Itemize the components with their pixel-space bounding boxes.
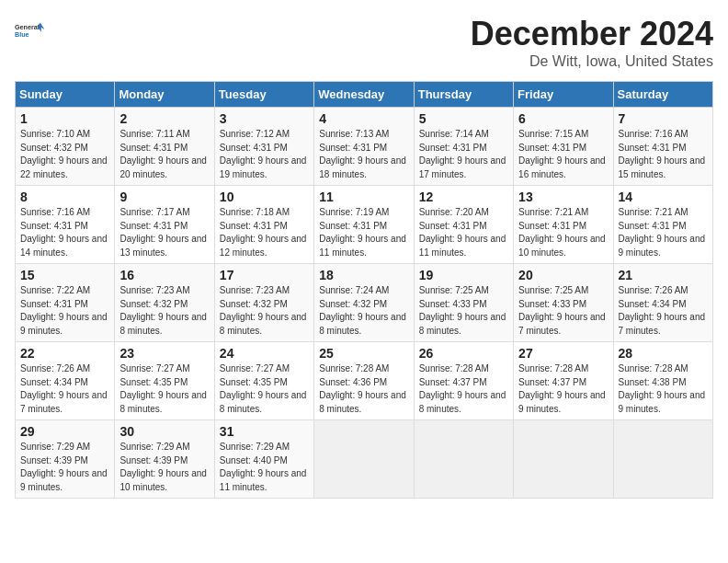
table-row: 31Sunrise: 7:29 AM Sunset: 4:40 PM Dayli… (214, 420, 313, 499)
table-row: 20Sunrise: 7:25 AM Sunset: 4:33 PM Dayli… (514, 264, 613, 342)
day-number: 24 (220, 346, 309, 361)
day-info: Sunrise: 7:23 AM Sunset: 4:32 PM Dayligh… (119, 284, 209, 338)
day-info: Sunrise: 7:29 AM Sunset: 4:39 PM Dayligh… (20, 441, 109, 494)
day-number: 19 (419, 268, 508, 282)
day-number: 12 (419, 190, 508, 204)
table-row: 21Sunrise: 7:26 AM Sunset: 4:34 PM Dayli… (613, 264, 712, 342)
logo-icon: GeneralBlue (15, 15, 48, 48)
day-info: Sunrise: 7:28 AM Sunset: 4:38 PM Dayligh… (619, 362, 708, 416)
table-row: 3Sunrise: 7:12 AM Sunset: 4:31 PM Daylig… (214, 108, 313, 186)
table-row: 7Sunrise: 7:16 AM Sunset: 4:31 PM Daylig… (613, 108, 712, 186)
table-row (314, 420, 414, 499)
calendar-header-row: Sunday Monday Tuesday Wednesday Thursday… (16, 82, 713, 108)
col-saturday: Saturday (613, 82, 712, 108)
day-number: 6 (518, 111, 608, 126)
day-number: 18 (319, 268, 408, 282)
table-row: 4Sunrise: 7:13 AM Sunset: 4:31 PM Daylig… (314, 108, 414, 186)
table-row: 5Sunrise: 7:14 AM Sunset: 4:31 PM Daylig… (414, 108, 513, 186)
day-info: Sunrise: 7:28 AM Sunset: 4:37 PM Dayligh… (419, 362, 508, 416)
col-thursday: Thursday (414, 82, 513, 108)
day-number: 15 (20, 268, 109, 282)
table-row: 11Sunrise: 7:19 AM Sunset: 4:31 PM Dayli… (314, 186, 414, 264)
day-info: Sunrise: 7:21 AM Sunset: 4:31 PM Dayligh… (619, 206, 708, 259)
day-number: 3 (220, 111, 309, 126)
title-area: December 2024 De Witt, Iowa, United Stat… (471, 15, 713, 70)
page-title: December 2024 (471, 15, 713, 53)
day-info: Sunrise: 7:26 AM Sunset: 4:34 PM Dayligh… (20, 362, 109, 416)
day-info: Sunrise: 7:27 AM Sunset: 4:35 PM Dayligh… (220, 362, 309, 416)
day-info: Sunrise: 7:28 AM Sunset: 4:36 PM Dayligh… (319, 362, 408, 416)
calendar-week-row: 22Sunrise: 7:26 AM Sunset: 4:34 PM Dayli… (16, 342, 713, 420)
table-row: 24Sunrise: 7:27 AM Sunset: 4:35 PM Dayli… (214, 342, 313, 420)
day-number: 17 (220, 268, 309, 282)
day-info: Sunrise: 7:10 AM Sunset: 4:32 PM Dayligh… (20, 128, 109, 181)
table-row: 16Sunrise: 7:23 AM Sunset: 4:32 PM Dayli… (115, 264, 214, 342)
day-number: 29 (20, 424, 109, 439)
day-number: 13 (518, 190, 608, 204)
table-row: 28Sunrise: 7:28 AM Sunset: 4:38 PM Dayli… (613, 342, 712, 420)
calendar-week-row: 1Sunrise: 7:10 AM Sunset: 4:32 PM Daylig… (16, 108, 713, 186)
day-number: 14 (619, 190, 708, 204)
day-info: Sunrise: 7:17 AM Sunset: 4:31 PM Dayligh… (119, 206, 209, 259)
table-row: 22Sunrise: 7:26 AM Sunset: 4:34 PM Dayli… (16, 342, 115, 420)
table-row: 23Sunrise: 7:27 AM Sunset: 4:35 PM Dayli… (115, 342, 214, 420)
day-number: 11 (319, 190, 408, 204)
day-info: Sunrise: 7:29 AM Sunset: 4:40 PM Dayligh… (220, 441, 309, 494)
calendar-week-row: 29Sunrise: 7:29 AM Sunset: 4:39 PM Dayli… (16, 420, 713, 499)
day-info: Sunrise: 7:23 AM Sunset: 4:32 PM Dayligh… (220, 284, 309, 338)
day-number: 27 (518, 346, 608, 361)
col-monday: Monday (115, 82, 214, 108)
table-row: 30Sunrise: 7:29 AM Sunset: 4:39 PM Dayli… (115, 420, 214, 499)
day-number: 8 (20, 190, 109, 204)
table-row (414, 420, 513, 499)
day-info: Sunrise: 7:22 AM Sunset: 4:31 PM Dayligh… (20, 284, 109, 338)
day-number: 5 (419, 111, 508, 126)
table-row: 19Sunrise: 7:25 AM Sunset: 4:33 PM Dayli… (414, 264, 513, 342)
table-row: 15Sunrise: 7:22 AM Sunset: 4:31 PM Dayli… (16, 264, 115, 342)
day-number: 22 (20, 346, 109, 361)
page-subtitle: De Witt, Iowa, United States (471, 53, 713, 70)
table-row: 6Sunrise: 7:15 AM Sunset: 4:31 PM Daylig… (514, 108, 613, 186)
day-info: Sunrise: 7:11 AM Sunset: 4:31 PM Dayligh… (119, 128, 209, 181)
day-number: 25 (319, 346, 408, 361)
col-wednesday: Wednesday (314, 82, 414, 108)
table-row: 10Sunrise: 7:18 AM Sunset: 4:31 PM Dayli… (214, 186, 313, 264)
table-row: 1Sunrise: 7:10 AM Sunset: 4:32 PM Daylig… (16, 108, 115, 186)
table-row: 29Sunrise: 7:29 AM Sunset: 4:39 PM Dayli… (16, 420, 115, 499)
logo: GeneralBlue (15, 15, 48, 48)
table-row: 14Sunrise: 7:21 AM Sunset: 4:31 PM Dayli… (613, 186, 712, 264)
col-friday: Friday (514, 82, 613, 108)
header: GeneralBlue December 2024 De Witt, Iowa,… (15, 15, 713, 70)
day-number: 30 (119, 424, 209, 439)
day-number: 7 (619, 111, 708, 126)
table-row: 18Sunrise: 7:24 AM Sunset: 4:32 PM Dayli… (314, 264, 414, 342)
table-row: 9Sunrise: 7:17 AM Sunset: 4:31 PM Daylig… (115, 186, 214, 264)
day-info: Sunrise: 7:25 AM Sunset: 4:33 PM Dayligh… (419, 284, 508, 338)
day-info: Sunrise: 7:13 AM Sunset: 4:31 PM Dayligh… (319, 128, 408, 181)
day-info: Sunrise: 7:12 AM Sunset: 4:31 PM Dayligh… (220, 128, 309, 181)
svg-text:Blue: Blue (15, 30, 29, 39)
day-info: Sunrise: 7:15 AM Sunset: 4:31 PM Dayligh… (518, 128, 608, 181)
table-row: 17Sunrise: 7:23 AM Sunset: 4:32 PM Dayli… (214, 264, 313, 342)
day-info: Sunrise: 7:28 AM Sunset: 4:37 PM Dayligh… (518, 362, 608, 416)
day-number: 28 (619, 346, 708, 361)
table-row (613, 420, 712, 499)
table-row: 2Sunrise: 7:11 AM Sunset: 4:31 PM Daylig… (115, 108, 214, 186)
day-info: Sunrise: 7:26 AM Sunset: 4:34 PM Dayligh… (619, 284, 708, 338)
calendar-week-row: 15Sunrise: 7:22 AM Sunset: 4:31 PM Dayli… (16, 264, 713, 342)
day-info: Sunrise: 7:25 AM Sunset: 4:33 PM Dayligh… (518, 284, 608, 338)
day-number: 23 (119, 346, 209, 361)
day-info: Sunrise: 7:19 AM Sunset: 4:31 PM Dayligh… (319, 206, 408, 259)
col-sunday: Sunday (16, 82, 115, 108)
day-number: 26 (419, 346, 508, 361)
table-row: 26Sunrise: 7:28 AM Sunset: 4:37 PM Dayli… (414, 342, 513, 420)
day-info: Sunrise: 7:16 AM Sunset: 4:31 PM Dayligh… (20, 206, 109, 259)
day-number: 2 (119, 111, 209, 126)
table-row: 25Sunrise: 7:28 AM Sunset: 4:36 PM Dayli… (314, 342, 414, 420)
day-info: Sunrise: 7:18 AM Sunset: 4:31 PM Dayligh… (220, 206, 309, 259)
day-number: 4 (319, 111, 408, 126)
svg-text:General: General (15, 23, 40, 31)
day-info: Sunrise: 7:20 AM Sunset: 4:31 PM Dayligh… (419, 206, 508, 259)
table-row: 27Sunrise: 7:28 AM Sunset: 4:37 PM Dayli… (514, 342, 613, 420)
day-info: Sunrise: 7:21 AM Sunset: 4:31 PM Dayligh… (518, 206, 608, 259)
